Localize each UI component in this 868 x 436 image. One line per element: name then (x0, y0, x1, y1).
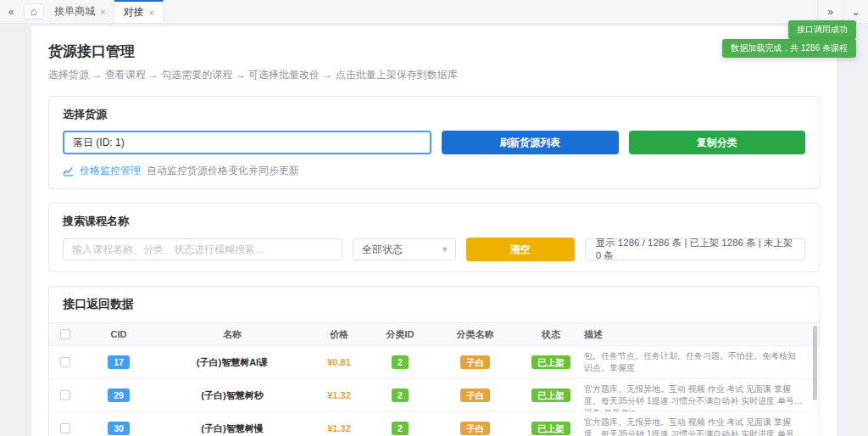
clear-button[interactable]: 清空 (466, 238, 575, 261)
page-background: 货源接口管理 选择货源 → 查看课程 → 勾选需要的课程 → 可选择批量改价 →… (0, 24, 868, 436)
toast-api-success: 接口调用成功 (788, 20, 856, 39)
table-title: 接口返回数据 (49, 287, 819, 323)
tab-bar: « ⌂ 接单商城 × 对接 × » ⌄ (0, 0, 868, 24)
column-header-desc: 描述 (582, 323, 819, 345)
page-title: 货源接口管理 (48, 42, 820, 61)
stats-summary: 显示 1286 / 1286 条 | 已上架 1286 条 | 未上架 0 条 (585, 238, 805, 260)
home-icon[interactable]: ⌂ (24, 3, 44, 20)
category-id-badge: 2 (392, 355, 409, 370)
table-section: 接口返回数据 CID 名称 价格 分类ID 分类名称 状态 描述 17 (子白)… (48, 286, 820, 436)
tab-order-mall[interactable]: 接单商城 × (46, 0, 114, 23)
status-badge: 已上架 (531, 422, 570, 436)
column-header-name: 名称 (156, 323, 309, 345)
course-price: ¥1.32 (309, 412, 370, 436)
column-header-cid: CID (81, 323, 156, 345)
source-select[interactable]: 落日 (ID: 1) (63, 131, 431, 154)
close-icon[interactable]: × (148, 8, 153, 18)
row-checkbox[interactable] (60, 390, 70, 400)
category-name-badge: 子白 (460, 355, 490, 370)
chart-icon (63, 165, 74, 176)
tab-label: 接单商城 (54, 4, 95, 19)
category-id-badge: 2 (392, 388, 409, 403)
toast-data-loaded: 数据加载完成，共 1286 条课程 (722, 39, 856, 58)
refresh-source-button[interactable]: 刷新货源列表 (442, 131, 619, 154)
status-select-value: 全部状态 (362, 243, 403, 257)
table-row[interactable]: 30 (子白)智慧树慢 ¥1.32 2 子白 已上架 官方题库。无报异地。互动 … (49, 412, 819, 436)
search-section-label: 搜索课程名称 (63, 214, 805, 229)
price-monitor-desc: 自动监控货源价格变化并同步更新 (147, 164, 299, 178)
cid-badge: 30 (108, 422, 130, 436)
course-desc: 官方题库。无报异地。互动 视频 作业 考试 见面课 掌握度。每天35分钟 1提速… (582, 412, 819, 436)
cid-badge: 29 (108, 388, 130, 403)
table-row[interactable]: 29 (子白)智慧树秒 ¥1.32 2 子白 已上架 官方题库。无报异地。互动 … (49, 379, 819, 412)
chevron-down-icon[interactable]: ⌄ (843, 0, 868, 23)
price-monitor-link[interactable]: 价格监控管理 (80, 164, 141, 178)
page-subtitle: 选择货源 → 查看课程 → 勾选需要的课程 → 可选择批量改价 → 点击批量上架… (48, 68, 820, 82)
column-header-status: 状态 (520, 323, 582, 345)
course-price: ¥1.32 (309, 379, 370, 411)
status-badge: 已上架 (531, 388, 570, 403)
table-header-row: CID 名称 价格 分类ID 分类名称 状态 描述 (49, 323, 819, 346)
course-desc: 官方题库。无报异地。互动 视频 作业 考试 见面课 掌握度。每天35分钟 1提速… (582, 379, 819, 411)
course-name: (子白)智慧树慢 (156, 412, 309, 436)
source-section: 选择货源 落日 (ID: 1) 刷新货源列表 复制分类 价格监控管理 自动监控货… (48, 96, 820, 189)
course-desc: 包。任务节点。任务计划。任务习题。不怕挂。免考核知识点。掌握度 (582, 346, 819, 378)
search-section: 搜索课程名称 全部状态 ▼ 清空 显示 1286 / 1286 条 | 已上架 … (48, 203, 820, 272)
column-header-price: 价格 (309, 323, 370, 345)
table-scrollbar[interactable] (813, 326, 817, 400)
select-all-checkbox[interactable] (60, 329, 70, 339)
caret-down-icon: ▼ (441, 245, 448, 254)
column-header-category-name: 分类名称 (431, 323, 520, 345)
category-id-badge: 2 (392, 422, 409, 436)
column-header-category-id: 分类ID (370, 323, 431, 345)
category-name-badge: 子白 (460, 388, 490, 403)
copy-category-button[interactable]: 复制分类 (629, 131, 806, 154)
tab-duijie[interactable]: 对接 × (114, 0, 163, 23)
tab-label: 对接 (123, 5, 143, 20)
row-checkbox[interactable] (60, 357, 70, 367)
cid-badge: 17 (108, 355, 130, 370)
tabbar-right-controls: » ⌄ (817, 0, 868, 23)
status-badge: 已上架 (531, 355, 570, 370)
course-price: ¥0.81 (309, 346, 370, 378)
row-checkbox[interactable] (60, 423, 70, 433)
course-name: (子白)智慧树秒 (156, 379, 309, 411)
course-name: (子白)智慧树AI课 (156, 346, 309, 378)
table-row[interactable]: 17 (子白)智慧树AI课 ¥0.81 2 子白 已上架 包。任务节点。任务计划… (49, 346, 819, 379)
main-card: 货源接口管理 选择货源 → 查看课程 → 勾选需要的课程 → 可选择批量改价 →… (31, 25, 837, 436)
close-icon[interactable]: × (100, 7, 105, 17)
collapse-right-icon[interactable]: » (817, 0, 843, 23)
source-section-label: 选择货源 (63, 107, 805, 122)
search-input[interactable] (63, 238, 342, 260)
table-body: 17 (子白)智慧树AI课 ¥0.81 2 子白 已上架 包。任务节点。任务计划… (49, 346, 819, 436)
category-name-badge: 子白 (460, 422, 490, 436)
collapse-left-icon[interactable]: « (0, 0, 22, 23)
status-select[interactable]: 全部状态 ▼ (353, 238, 456, 260)
